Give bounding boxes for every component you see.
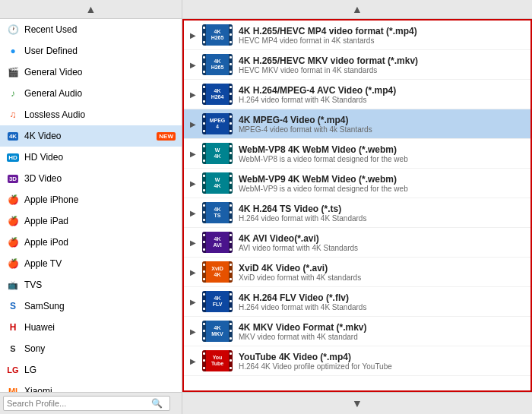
format-arrow-hevc-mp4: ▶ <box>190 31 196 40</box>
sidebar-item-icon-user-defined: ● <box>6 44 20 58</box>
sidebar-item-apple-iphone[interactable]: 🍎Apple iPhone <box>0 189 182 210</box>
sidebar-item-recent-used[interactable]: 🕐Recent Used <box>0 19 182 40</box>
sidebar-item-icon-apple-ipod: 🍎 <box>6 235 20 249</box>
sidebar-item-label-tvs: TVS <box>24 280 176 290</box>
sidebar-item-tvs[interactable]: 📺TVS <box>0 274 182 295</box>
format-item-hevc-mp4[interactable]: ▶ 4KH265 4K H.265/HEVC MP4 video format … <box>184 21 530 50</box>
format-icon-hevc-mp4: 4KH265 <box>202 24 233 46</box>
sidebar-item-label-sony: Sony <box>24 343 176 354</box>
format-title-h264-mp4: 4K H.264/MPEG-4 AVC Video (*.mp4) <box>239 85 396 96</box>
panel-scroll-up[interactable]: ▲ <box>182 0 532 18</box>
format-arrow-mpeg4: ▶ <box>190 120 196 128</box>
format-desc-mkv-video: MKV video format with 4K standard <box>239 333 366 341</box>
format-text-hevc-mkv: 4K H.265/HEVC MKV video format (*.mkv)HE… <box>239 55 418 74</box>
sidebar-item-label-recent-used: Recent Used <box>24 24 176 35</box>
sidebar-item-icon-general-video: 🎬 <box>6 65 20 79</box>
panel-scroll-down-section[interactable]: ▼ <box>182 393 532 414</box>
sidebar-item-label-3d-video: 3D Video <box>24 173 176 184</box>
format-title-ts-video: 4K H.264 TS Video (*.ts) <box>239 204 366 214</box>
sidebar-item-general-video[interactable]: 🎬General Video <box>0 62 182 83</box>
format-icon-youtube-4k: YouTube <box>202 350 233 371</box>
format-item-hevc-mkv[interactable]: ▶ 4KH265 4K H.265/HEVC MKV video format … <box>184 50 530 80</box>
format-title-youtube-4k: YouTube 4K Video (*.mp4) <box>239 352 392 362</box>
sidebar-item-label-apple-tv: Apple TV <box>24 258 176 269</box>
sidebar-item-label-huawei: Huawei <box>24 322 176 333</box>
bottom-bar: 🔍 ▼ <box>0 392 532 414</box>
format-desc-hevc-mkv: HEVC MKV video format in 4K standards <box>239 66 418 74</box>
format-desc-webm-vp9: WebM-VP9 is a video format designed for … <box>239 185 408 193</box>
sidebar-item-sony[interactable]: SSony <box>0 338 182 359</box>
sidebar-item-apple-tv[interactable]: 🍎Apple TV <box>0 253 182 274</box>
format-text-xvid-avi: XviD 4K Video (*.avi)XviD video format w… <box>239 263 361 282</box>
search-box[interactable]: 🔍 <box>3 396 170 411</box>
format-item-mkv-video[interactable]: ▶ 4KMKV 4K MKV Video Format (*.mkv)MKV v… <box>184 317 530 346</box>
format-item-mpeg4[interactable]: ▶ MPEG4 4K MPEG-4 Video (*.mp4)MPEG-4 vi… <box>184 109 530 139</box>
sidebar-item-huawei[interactable]: HHuawei <box>0 317 182 338</box>
format-desc-h264-mp4: H.264 video format with 4K Standards <box>239 96 396 104</box>
format-title-hevc-mkv: 4K H.265/HEVC MKV video format (*.mkv) <box>239 55 418 66</box>
format-arrow-avi-video: ▶ <box>190 239 196 247</box>
search-input[interactable] <box>7 399 151 408</box>
sidebar-item-icon-apple-tv: 🍎 <box>6 257 20 270</box>
format-text-hevc-mp4: 4K H.265/HEVC MP4 video format (*.mp4)HE… <box>239 26 417 45</box>
sidebar-item-label-general-video: General Video <box>24 67 176 77</box>
sidebar-item-apple-ipod[interactable]: 🍎Apple iPod <box>0 232 182 253</box>
sidebar-item-3d-video[interactable]: 3D3D Video <box>0 168 182 189</box>
sidebar-item-icon-lossless-audio: ♫ <box>6 108 20 122</box>
sidebar-item-user-defined[interactable]: ●User Defined <box>0 40 182 62</box>
format-icon-flv-video: 4KFLV <box>202 291 233 312</box>
sidebar-item-icon-4k-video: 4K <box>6 129 20 143</box>
sidebar-item-label-4k-video: 4K Video <box>24 131 154 141</box>
top-arrows-bar: ▲ ▲ <box>0 0 532 19</box>
format-title-hevc-mp4: 4K H.265/HEVC MP4 video format (*.mp4) <box>239 26 417 36</box>
sidebar-item-general-audio[interactable]: ♪General Audio <box>0 83 182 104</box>
format-icon-mkv-video: 4KMKV <box>202 321 233 342</box>
sidebar-item-icon-apple-iphone: 🍎 <box>6 193 20 207</box>
format-title-mkv-video: 4K MKV Video Format (*.mkv) <box>239 322 366 333</box>
sidebar-item-label-apple-iphone: Apple iPhone <box>24 194 176 205</box>
format-desc-youtube-4k: H.264 4K Video profile optimized for You… <box>239 362 392 371</box>
sidebar-scroll-up[interactable]: ▲ <box>0 0 182 18</box>
sidebar-item-icon-hd-video: HD <box>6 150 20 164</box>
format-item-youtube-4k[interactable]: ▶ YouTube YouTube 4K Video (*.mp4)H.264 … <box>184 346 530 376</box>
format-item-avi-video[interactable]: ▶ 4KAVI 4K AVI Video(*.avi)AVI video for… <box>184 228 530 258</box>
sidebar-item-icon-tvs: 📺 <box>6 278 20 292</box>
format-item-flv-video[interactable]: ▶ 4KFLV 4K H.264 FLV Video (*.flv)H.264 … <box>184 287 530 317</box>
format-item-xvid-avi[interactable]: ▶ XviD4K XviD 4K Video (*.avi)XviD video… <box>184 258 530 287</box>
format-item-webm-vp8[interactable]: ▶ W4K WebM-VP8 4K WebM Video (*.webm)Web… <box>184 139 530 169</box>
format-icon-xvid-avi: XviD4K <box>202 261 233 283</box>
format-item-h264-mp4[interactable]: ▶ 4KH264 4K H.264/MPEG-4 AVC Video (*.mp… <box>184 80 530 109</box>
sidebar-item-apple-ipad[interactable]: 🍎Apple iPad <box>0 210 182 232</box>
format-desc-avi-video: AVI video format with 4K Standards <box>239 244 358 252</box>
sidebar-item-icon-recent-used: 🕐 <box>6 23 20 36</box>
format-desc-mpeg4: MPEG-4 video format with 4k Stantards <box>239 125 372 134</box>
format-icon-ts-video: 4KTS <box>202 202 233 223</box>
format-arrow-flv-video: ▶ <box>190 298 196 306</box>
sidebar-item-samsung[interactable]: SSamSung <box>0 295 182 317</box>
format-desc-hevc-mp4: HEVC MP4 video format in 4K stantards <box>239 36 417 45</box>
format-text-flv-video: 4K H.264 FLV Video (*.flv)H.264 video fo… <box>239 292 366 311</box>
sidebar-up-arrow[interactable]: ▲ <box>83 3 100 15</box>
sidebar-item-icon-samsung: S <box>6 299 20 313</box>
sidebar-item-4k-video[interactable]: 4K4K VideoNEW <box>0 125 182 147</box>
sidebar-item-hd-video[interactable]: HDHD Video <box>0 147 182 168</box>
sidebar-item-icon-lg: LG <box>6 363 20 377</box>
format-item-ts-video[interactable]: ▶ 4KTS 4K H.264 TS Video (*.ts)H.264 vid… <box>184 198 530 228</box>
main-container: ▲ ▲ 🕐Recent Used●User Defined🎬General Vi… <box>0 0 532 414</box>
sidebar-item-xiaomi[interactable]: MIXiaomi <box>0 381 182 392</box>
sidebar-item-label-samsung: SamSung <box>24 301 176 311</box>
format-text-webm-vp9: WebM-VP9 4K WebM Video (*.webm)WebM-VP9 … <box>239 174 408 193</box>
panel-down-arrow[interactable]: ▼ <box>349 397 366 409</box>
sidebar-item-lg[interactable]: LGLG <box>0 359 182 381</box>
sidebar-item-label-xiaomi: Xiaomi <box>24 386 176 392</box>
sidebar-item-icon-sony: S <box>6 342 20 356</box>
panel-up-arrow[interactable]: ▲ <box>349 3 366 15</box>
format-list-panel: ▶ 4KH265 4K H.265/HEVC MP4 video format … <box>182 19 532 392</box>
format-item-webm-vp9[interactable]: ▶ W4K WebM-VP9 4K WebM Video (*.webm)Web… <box>184 169 530 198</box>
format-icon-h264-mp4: 4KH264 <box>202 84 233 105</box>
sidebar-item-lossless-audio[interactable]: ♫Lossless Audio <box>0 104 182 125</box>
sidebar-item-label-hd-video: HD Video <box>24 152 176 163</box>
format-arrow-webm-vp9: ▶ <box>190 179 196 188</box>
sidebar-item-label-lg: LG <box>24 365 176 375</box>
format-arrow-h264-mp4: ▶ <box>190 90 196 99</box>
